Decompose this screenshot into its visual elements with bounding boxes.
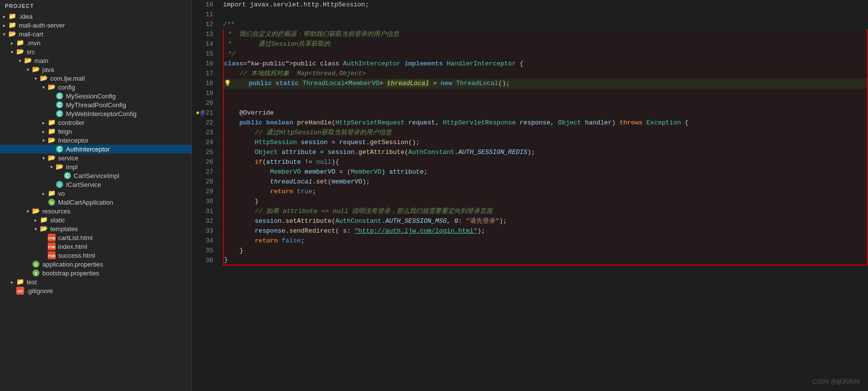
- tree-arrow-resources[interactable]: [24, 209, 31, 214]
- tree-icon-main: 📂: [24, 57, 32, 64]
- tree-item-vo[interactable]: 📁vo: [0, 189, 191, 198]
- code-text-32: session.setAttribute(AuthConstant.AUTH_S…: [224, 216, 507, 226]
- line-number-11: 11: [196, 10, 213, 20]
- svg-text:HTML: HTML: [48, 245, 56, 249]
- tree-item-bootstrap.properties[interactable]: Sbootstrap.properties: [0, 269, 191, 277]
- svg-text:HTML: HTML: [48, 237, 56, 240]
- tree-icon-MySessionConfig: C: [55, 92, 64, 100]
- code-text-35: }: [224, 246, 243, 256]
- tree-item-java[interactable]: 📂java: [0, 65, 191, 74]
- tree-arrow-config[interactable]: [39, 85, 47, 90]
- tree-label-static: static: [50, 216, 191, 224]
- code-line-10: import javax.servlet.http.HttpSession;: [223, 0, 868, 10]
- tree-item-success.html[interactable]: HTMLsuccess.html: [0, 251, 191, 260]
- line-number-32: 32: [196, 216, 213, 226]
- tree-arrow-com.ljw.mall[interactable]: [31, 76, 39, 81]
- code-text-23: // 通过HttpSession获取当前登录的用户信息: [224, 128, 392, 138]
- line-number-34: 34: [196, 236, 213, 246]
- code-text-25: Object attribute = session.getAttribute(…: [224, 148, 535, 157]
- tree-arrow-mall-cart[interactable]: [0, 31, 8, 37]
- tree-icon-ICartService: I: [55, 180, 64, 188]
- code-line-15: */: [223, 49, 868, 59]
- line-number-12: 12: [196, 20, 213, 30]
- code-line-30: }: [223, 197, 868, 207]
- tree-item-CartServiceImpl[interactable]: CCartServiceImpl: [0, 171, 191, 180]
- tree-label-mvn: .mvn: [27, 39, 191, 47]
- tree-item-main[interactable]: 📂main: [0, 56, 191, 65]
- tree-arrow-service[interactable]: [39, 155, 47, 161]
- tree-arrow-test[interactable]: [8, 279, 16, 285]
- code-line-20: [223, 98, 868, 108]
- tree-item-src[interactable]: 📂src: [0, 47, 191, 56]
- code-line-23: // 通过HttpSession获取当前登录的用户信息: [223, 128, 868, 138]
- code-line-26: if(attribute != null){: [223, 157, 868, 167]
- tree-item-feign[interactable]: 📁feign: [0, 127, 191, 136]
- tree-item-MyThreadPoolConfig[interactable]: CMyThreadPoolConfig: [0, 100, 191, 109]
- code-line-35: }: [223, 246, 868, 256]
- tree-icon-CartServiceImpl: C: [63, 172, 72, 180]
- code-text-31: // 如果 attribute == null 说明没有登录，那么我们就需要重定…: [224, 207, 493, 216]
- tree-arrow-feign[interactable]: [39, 129, 47, 134]
- tree-item-application.properties[interactable]: Sapplication.properties: [0, 260, 191, 269]
- tree-icon-gitignore: GIT: [16, 287, 25, 295]
- tree-arrow-vo[interactable]: [39, 191, 47, 196]
- tree-icon-application.properties: S: [31, 260, 40, 268]
- line-number-33: 33: [196, 226, 213, 236]
- tree-label-service: service: [58, 154, 191, 162]
- tree-item-MallCartApplication[interactable]: SMallCartApplication: [0, 198, 191, 207]
- code-text-27: MemberVO memberVO = (MemberVO) attribute…: [224, 167, 428, 177]
- tree-item-mall-auth-server[interactable]: 📁mall-auth-server: [0, 21, 191, 30]
- tree-icon-src: 📂: [16, 48, 25, 56]
- tree-arrow-Interceptor[interactable]: [39, 138, 47, 143]
- tree-label-CartServiceImpl: CartServiceImpl: [74, 172, 191, 180]
- code-line-24: HttpSession session = request.getSession…: [223, 138, 868, 148]
- tree-arrow-templates[interactable]: [31, 226, 39, 232]
- line-number-19: 19: [196, 89, 213, 98]
- tree-arrow-mvn[interactable]: [8, 40, 16, 46]
- file-tree[interactable]: PROJECT 📁.idea📁mall-auth-server📂mall-car…: [0, 0, 192, 391]
- tree-item-com.ljw.mall[interactable]: 📂com.ljw.mall: [0, 74, 191, 83]
- tree-item-Interceptor[interactable]: 📂Interceptor: [0, 136, 191, 145]
- code-text-21: @Override: [224, 108, 274, 118]
- code-text-16: class="kw-public">public class AuthInter…: [224, 59, 524, 69]
- tree-item-AuthInterceptor[interactable]: CAuthInterceptor: [0, 145, 191, 153]
- tree-item-gitignore[interactable]: GIT.gitignore: [0, 286, 191, 295]
- tree-item-ICartService[interactable]: IICartService: [0, 180, 191, 189]
- line-numbers: 1011121314151617181920●@2122232425262728…: [192, 0, 219, 391]
- tree-arrow-controller[interactable]: [39, 120, 47, 125]
- watermark: CSDN @硕风和炜: [812, 378, 860, 386]
- line-number-17: 17: [196, 69, 213, 79]
- tree-item-config[interactable]: 📂config: [0, 83, 191, 91]
- code-line-29: return true;: [223, 187, 868, 197]
- tree-item-mall-cart[interactable]: 📂mall-cart: [0, 30, 191, 38]
- line-number-16: 16: [196, 59, 213, 69]
- tree-arrow-src[interactable]: [8, 49, 16, 55]
- tree-arrow-static[interactable]: [31, 217, 39, 223]
- code-text-14: * 通过Session共享获取的: [224, 39, 330, 49]
- tree-item-idea[interactable]: 📁.idea: [0, 12, 191, 21]
- tree-icon-config: 📂: [47, 83, 56, 91]
- tree-item-service[interactable]: 📂service: [0, 153, 191, 162]
- bulb-icon[interactable]: 💡: [224, 79, 231, 89]
- tree-item-index.html[interactable]: HTMLindex.html: [0, 242, 191, 251]
- tree-arrow-idea[interactable]: [0, 14, 8, 19]
- tree-item-impl[interactable]: 📂impl: [0, 162, 191, 171]
- tree-item-cartList.html[interactable]: HTMLcartList.html: [0, 233, 191, 242]
- tree-item-controller[interactable]: 📁controller: [0, 118, 191, 127]
- tree-icon-resources: 📂: [31, 207, 40, 215]
- code-line-11: [223, 10, 868, 20]
- tree-item-MySessionConfig[interactable]: CMySessionConfig: [0, 91, 191, 100]
- tree-icon-bootstrap.properties: S: [31, 269, 40, 277]
- tree-item-test[interactable]: 📁test: [0, 277, 191, 286]
- tree-arrow-mall-auth-server[interactable]: [0, 23, 8, 28]
- tree-item-mvn[interactable]: 📁.mvn: [0, 38, 191, 47]
- tree-icon-idea: 📁: [8, 12, 17, 20]
- tree-item-static[interactable]: 📁static: [0, 215, 191, 224]
- tree-arrow-impl[interactable]: [47, 164, 55, 170]
- tree-item-resources[interactable]: 📂resources: [0, 207, 191, 215]
- tree-item-MyWebInterceptorConfig[interactable]: CMyWebInterceptorConfig: [0, 109, 191, 118]
- tree-arrow-java[interactable]: [24, 67, 31, 72]
- code-line-31: // 如果 attribute == null 说明没有登录，那么我们就需要重定…: [223, 207, 868, 216]
- tree-item-templates[interactable]: 📂templates: [0, 224, 191, 233]
- tree-arrow-main[interactable]: [16, 58, 24, 63]
